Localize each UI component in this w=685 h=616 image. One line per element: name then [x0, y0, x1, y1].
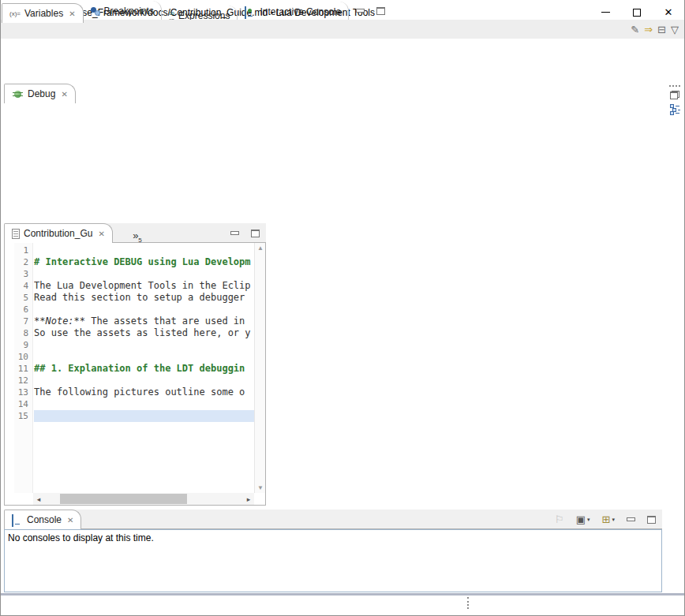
collapse-all-button[interactable]: ⊟ — [656, 21, 668, 38]
console-message: No consoles to display at this time. — [8, 532, 154, 543]
maximize-button[interactable] — [375, 2, 387, 20]
bottom-sash[interactable] — [1, 593, 684, 595]
editor-tab-label: Contribution_Gu — [24, 228, 92, 239]
scroll-left-icon[interactable]: ◂ — [33, 495, 44, 503]
close-icon: ✕ — [664, 7, 673, 17]
minimize-button[interactable] — [229, 225, 241, 242]
chevron-down-icon[interactable]: ▾ — [587, 517, 590, 523]
restore-view-button[interactable] — [670, 91, 679, 99]
editor-header-icons — [228, 223, 262, 243]
maximize-icon — [633, 9, 641, 17]
tab-breakpoints[interactable]: Breakpoints — [84, 1, 162, 21]
tab-debug[interactable]: Debug ✕ — [4, 84, 76, 103]
horizontal-scrollbar[interactable]: ◂ ▸ — [33, 493, 254, 505]
editor-overflow-chevron[interactable]: »5 — [133, 230, 142, 241]
minimize-icon — [601, 12, 610, 13]
maximize-button[interactable] — [249, 225, 261, 242]
line-number: 11 — [14, 363, 28, 375]
tab-label: Breakpoints — [104, 6, 154, 17]
tab-contribution-guide[interactable]: Contribution_Gu ✕ — [4, 223, 113, 243]
show-type-names-button[interactable]: ✎ — [629, 21, 641, 38]
console-content: No consoles to display at this time. — [4, 529, 662, 592]
line-number-gutter: 123456789101112131415 — [14, 243, 33, 493]
code-line — [34, 398, 254, 410]
minimized-view-tray — [666, 84, 683, 139]
variables-icon: (x)= — [9, 10, 21, 17]
tab-label: Interactive Console — [260, 6, 341, 17]
code-segment: Note: — [45, 315, 73, 327]
display-selected-console-button-icon: ▣ — [576, 514, 586, 525]
maximize-button[interactable] — [646, 511, 657, 528]
line-number: 8 — [14, 327, 28, 339]
line-number: 10 — [14, 351, 28, 363]
code-line — [34, 351, 254, 363]
code-text-area[interactable]: # Interactive DEBUG using Lua DevelopmTh… — [34, 243, 254, 493]
scrollbar-track[interactable] — [44, 493, 243, 505]
editor-content: 123456789101112131415 # Interactive DEBU… — [4, 243, 266, 506]
line-number: 6 — [14, 304, 28, 315]
markdown-file-icon — [12, 229, 20, 239]
breakpoints-icon — [91, 6, 100, 16]
code-line — [34, 410, 254, 422]
code-line — [34, 245, 254, 256]
tab-label: Variables — [24, 8, 63, 19]
tab-interactive-console[interactable]: Interactive Console — [238, 2, 349, 21]
tab-console[interactable]: Console ✕ — [4, 510, 81, 529]
outline-view-button[interactable] — [670, 104, 680, 115]
scroll-down-icon[interactable]: ▼ — [255, 484, 266, 491]
code-line: The Lua Development Tools in the Eclip — [34, 280, 254, 292]
code-segment: ** The assets that are used in — [74, 315, 245, 327]
close-icon[interactable]: ✕ — [61, 90, 67, 99]
tab-variables[interactable]: (x)=Variables✕ — [2, 3, 84, 23]
variables-view-toolbar: ✎⇒⊟▽ — [1, 20, 684, 39]
editor-area: Contribution_Gu ✕ »5 1234567891011121314… — [4, 223, 266, 506]
minimize-button[interactable] — [625, 511, 637, 528]
chevron-down-icon[interactable]: ▾ — [612, 517, 615, 523]
view-menu-button-icon: ▽ — [671, 24, 679, 35]
tab-console-label: Console — [27, 514, 62, 525]
code-line — [34, 268, 254, 280]
line-number: 3 — [14, 268, 28, 280]
tab-debug-label: Debug — [28, 88, 55, 99]
code-line — [34, 304, 254, 315]
display-selected-console-button[interactable]: ▣▾ — [575, 511, 592, 528]
line-number: 4 — [14, 280, 28, 292]
variables-view-header: (x)=Variables✕Breakpoints∞x=ExpressionsI… — [2, 1, 391, 21]
code-line — [34, 339, 254, 351]
tray-drag-handle[interactable] — [669, 85, 680, 88]
code-line: So use the assets as listed here, or y — [34, 327, 254, 339]
code-line: # Interactive DEBUG using Lua Developm — [34, 256, 254, 268]
close-icon[interactable]: ✕ — [67, 516, 73, 525]
line-number: 1 — [14, 245, 28, 256]
code-line — [34, 375, 254, 386]
open-console-button[interactable]: ⊞▾ — [601, 511, 616, 528]
console-monitor-icon — [12, 515, 23, 525]
pin-console-button[interactable]: ⚐ — [553, 511, 566, 528]
line-number: 13 — [14, 386, 28, 398]
line-number: 7 — [14, 315, 28, 327]
interactive-console-icon — [245, 7, 256, 17]
close-icon[interactable]: ✕ — [98, 230, 104, 238]
maximize-icon — [251, 230, 260, 237]
show-logical-structures-button[interactable]: ⇒ — [642, 21, 654, 38]
line-number: 9 — [14, 339, 28, 351]
debug-bug-icon — [14, 91, 21, 98]
code-segment: ** — [34, 315, 45, 327]
scrollbar-thumb[interactable] — [60, 494, 187, 504]
status-bar-drag-handle[interactable] — [467, 597, 470, 609]
minimize-button[interactable] — [354, 2, 366, 20]
close-icon[interactable]: ✕ — [69, 9, 75, 18]
line-number: 5 — [14, 292, 28, 304]
show-logical-structures-button-icon: ⇒ — [644, 24, 653, 35]
console-view-header: Console ✕ ⚐▣▾⊞▾ — [4, 510, 662, 529]
console-view: Console ✕ ⚐▣▾⊞▾ No consoles to display a… — [4, 510, 662, 592]
scroll-up-icon[interactable]: ▲ — [255, 245, 266, 252]
scroll-right-icon[interactable]: ▸ — [243, 495, 254, 503]
line-number: 2 — [14, 256, 28, 268]
collapse-all-button-icon: ⊟ — [657, 24, 666, 35]
app-window: Debug - Moose_Framework/docs/Contributio… — [0, 0, 685, 616]
minimize-icon — [627, 517, 635, 521]
vertical-scrollbar[interactable]: ▲ ▼ — [254, 243, 265, 493]
open-console-button-icon: ⊞ — [602, 514, 611, 525]
view-menu-button[interactable]: ▽ — [669, 21, 680, 38]
